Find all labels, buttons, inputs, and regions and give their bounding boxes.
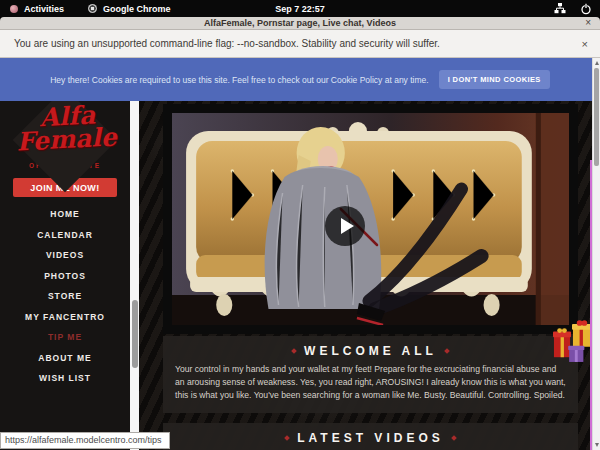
diamond-icon: [451, 435, 457, 441]
sidebar: Alfa Female OFFICIAL SITE JOIN ME NOW! H…: [0, 101, 130, 450]
flag-warning-bar: You are using an unsupported command-lin…: [0, 30, 600, 58]
sidebar-menu: HOME CALENDAR VIDEOS PHOTOS STORE MY FAN…: [0, 204, 130, 389]
screen: Activities Google Chrome Sep 7 22:57 Alf…: [0, 0, 600, 450]
welcome-panel: WELCOME ALL Your control in my hands and…: [163, 336, 578, 413]
network-icon[interactable]: [554, 3, 566, 14]
cookie-message: Hey there! Cookies are required to use t…: [50, 75, 428, 85]
flag-warning-close-icon[interactable]: ×: [582, 38, 588, 50]
diamond-icon: [284, 435, 290, 441]
power-icon[interactable]: [580, 3, 592, 15]
welcome-body-text: Your control in my hands and your wallet…: [175, 363, 566, 402]
inner-scrollbar[interactable]: [130, 101, 139, 450]
diamond-icon: [291, 348, 297, 354]
window-title: AlfaFemale, Pornstar page, Live chat, Vi…: [204, 18, 396, 28]
video-thumbnail: [172, 113, 569, 325]
play-icon: [341, 218, 354, 234]
site-body: Alfa Female OFFICIAL SITE JOIN ME NOW! H…: [0, 101, 592, 450]
cookie-accept-button[interactable]: I DON'T MIND COOKIES: [439, 70, 550, 89]
scroll-up-arrow[interactable]: [595, 61, 599, 65]
inner-scrollbar-thumb[interactable]: [132, 300, 138, 368]
browser-viewport: Hey there! Cookies are required to use t…: [0, 58, 600, 450]
sidebar-item-videos[interactable]: VIDEOS: [0, 245, 130, 266]
main-content: WELCOME ALL Your control in my hands and…: [139, 101, 592, 450]
browser-scrollbar-thumb[interactable]: [594, 68, 599, 166]
video-player[interactable]: [163, 104, 578, 334]
gifts-widget[interactable]: [553, 319, 591, 369]
latest-videos-heading: LATEST VIDEOS: [163, 431, 578, 445]
flag-warning-text: You are using an unsupported command-lin…: [14, 38, 440, 49]
gift-boxes-icon: [553, 319, 591, 365]
latest-videos-title-text: LATEST VIDEOS: [297, 431, 443, 445]
play-button[interactable]: [325, 206, 365, 246]
cookie-banner: Hey there! Cookies are required to use t…: [0, 58, 600, 101]
sidebar-item-tip-me[interactable]: TIP ME: [0, 327, 130, 348]
system-clock[interactable]: Sep 7 22:57: [0, 4, 600, 14]
sidebar-item-home[interactable]: HOME: [0, 204, 130, 225]
browser-scrollbar[interactable]: [592, 58, 600, 450]
system-top-bar: Activities Google Chrome Sep 7 22:57: [0, 0, 600, 17]
sidebar-item-wish-list[interactable]: WISH LIST: [0, 368, 130, 389]
sidebar-item-about-me[interactable]: ABOUT ME: [0, 348, 130, 369]
logo-line2: Female: [2, 125, 131, 155]
sidebar-item-calendar[interactable]: CALENDAR: [0, 225, 130, 246]
welcome-heading: WELCOME ALL: [163, 344, 578, 358]
window-close-icon[interactable]: ×: [585, 17, 591, 28]
scroll-down-arrow[interactable]: [595, 443, 599, 447]
status-url-tooltip: https://alfafemale.modelcentro.com/tips: [0, 432, 170, 449]
sidebar-item-store[interactable]: STORE: [0, 286, 130, 307]
sidebar-item-photos[interactable]: PHOTOS: [0, 266, 130, 287]
window-title-bar: AlfaFemale, Pornstar page, Live chat, Vi…: [0, 17, 600, 30]
site-logo[interactable]: Alfa Female: [0, 102, 131, 155]
latest-videos-panel: LATEST VIDEOS: [163, 423, 578, 450]
welcome-title-text: WELCOME ALL: [304, 344, 437, 358]
diamond-icon: [444, 348, 450, 354]
sidebar-item-my-fancentro[interactable]: MY FANCENTRO: [0, 307, 130, 328]
